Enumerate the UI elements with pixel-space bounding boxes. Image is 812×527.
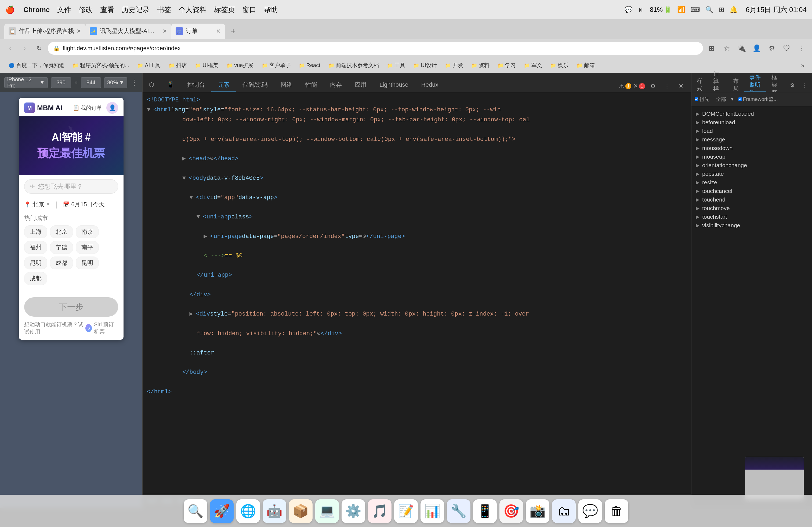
translate-icon[interactable]: ⊞ <box>706 42 717 54</box>
dt-tab-lighthouse[interactable]: Lighthouse <box>373 78 415 92</box>
dt-settings-button[interactable]: ⚙ <box>647 80 659 92</box>
city-nanjing[interactable]: 南京 <box>76 225 99 238</box>
event-touchcancel[interactable]: ▶ touchcancel <box>696 187 808 195</box>
location-item[interactable]: 📍 北京 ▼ <box>24 200 50 209</box>
bookmark-data[interactable]: 📁 资料 <box>468 61 493 70</box>
source-line-hidden-div[interactable]: ▶<div style="position: absolute; left: 0… <box>143 309 691 328</box>
dt-error-badge[interactable]: ✕ 1 <box>633 80 645 92</box>
event-orientationchange[interactable]: ▶ orientationchange <box>696 161 808 169</box>
source-line-comment[interactable]: <!---> == $0 <box>143 251 691 270</box>
dock-app5[interactable]: 📝 <box>394 499 418 523</box>
dock-chrome[interactable]: 🌐 <box>236 499 260 523</box>
ancestor-filter[interactable]: 祖先 <box>695 96 709 103</box>
dt-tab-sources[interactable]: 代码/源码 <box>236 78 274 92</box>
st-tab-framework[interactable]: 框架监... <box>766 78 787 92</box>
date-item[interactable]: 📅 6月15日今天 <box>63 200 105 209</box>
dt-tab-performance[interactable]: 性能 <box>299 78 323 92</box>
dt-tab-elements[interactable]: 元素 <box>211 78 236 92</box>
dock-app10[interactable]: 📸 <box>526 499 549 523</box>
dt-warning-badge[interactable]: ⚠ 1 <box>619 80 631 92</box>
device-selector[interactable]: iPhone 12 Pro ▼ <box>4 77 48 88</box>
city-kunming1[interactable]: 昆明 <box>24 257 47 269</box>
bookmark-fe[interactable]: 📁 前端技术参考文档 <box>325 61 382 70</box>
bookmark-cxykz[interactable]: 📁 程序员客栈-领先的... <box>69 61 132 70</box>
dock-app6[interactable]: 📊 <box>420 499 444 523</box>
extensions-icon[interactable]: 🔌 <box>736 42 748 54</box>
event-load[interactable]: ▶ load <box>696 127 808 135</box>
event-touchstart[interactable]: ▶ touchstart <box>696 212 808 221</box>
menubar-edit[interactable]: 修改 <box>75 0 97 19</box>
st-tab-styles[interactable]: 样式 <box>692 78 708 92</box>
tab-close-works[interactable]: ✕ <box>76 28 81 34</box>
source-line-html[interactable]: ▼<html lang="en" style="font-size: 16.64… <box>143 105 691 115</box>
bookmark-tools[interactable]: 📁 工具 <box>384 61 408 70</box>
menubar-history[interactable]: 历史记录 <box>118 0 153 19</box>
city-fuzhou[interactable]: 福州 <box>24 241 47 254</box>
bookmark-baidu[interactable]: 🔵 百度一下，你就知道 <box>5 61 68 70</box>
event-resize[interactable]: ▶ resize <box>696 178 808 187</box>
bookmark-dou[interactable]: 📁 抖店 <box>165 61 190 70</box>
dock-app9[interactable]: 🎯 <box>499 499 523 523</box>
event-message[interactable]: ▶ message <box>696 135 808 144</box>
event-touchmove[interactable]: ▶ touchmove <box>696 204 808 212</box>
tab-xunfei[interactable]: ✨ 讯飞星火大模型-AI大语言模型... ✕ <box>85 24 171 39</box>
styles-more-button[interactable]: ⋮ <box>799 80 809 90</box>
dock-app3[interactable]: ⚙️ <box>342 499 365 523</box>
dt-tab-network[interactable]: 网络 <box>274 78 299 92</box>
st-tab-events[interactable]: 事件监听器 <box>744 78 766 92</box>
menubar-help[interactable]: 帮助 <box>260 0 282 19</box>
city-kunming2[interactable]: 昆明 <box>76 257 99 269</box>
shield-icon[interactable]: 🛡 <box>781 42 793 54</box>
source-line-uni-app[interactable]: ▼<uni-app class> <box>143 212 691 231</box>
html-source[interactable]: <!DOCTYPE html> ▼<html lang="en" style="… <box>143 92 691 494</box>
control-center-icon[interactable]: ⊞ <box>719 6 724 13</box>
menubar-tabs[interactable]: 标签页 <box>210 0 239 19</box>
dock-app7[interactable]: 🔧 <box>447 499 470 523</box>
apple-menu[interactable]: 🍎 <box>5 5 15 14</box>
city-chengdu1[interactable]: 成都 <box>50 257 73 269</box>
ancestor-checkbox[interactable] <box>695 97 698 101</box>
avatar[interactable]: 👤 <box>106 102 118 114</box>
dt-tab-device[interactable]: 📱 <box>161 78 181 92</box>
bookmark-dev[interactable]: 📁 开发 <box>442 61 466 70</box>
dock-app8[interactable]: 📱 <box>473 499 497 523</box>
dock-app12[interactable]: 💬 <box>578 499 602 523</box>
dt-tab-redux[interactable]: Redux <box>415 78 445 92</box>
tab-works[interactable]: 📋 作品上传-程序员客栈 ✕ <box>4 24 85 39</box>
dock-trash[interactable]: 🗑 <box>605 499 628 523</box>
city-beijing[interactable]: 北京 <box>50 225 73 238</box>
profile-icon[interactable]: 👤 <box>751 42 763 54</box>
bookmark-ui[interactable]: 📁 UI框架 <box>192 61 222 70</box>
dock-launchpad[interactable]: 🚀 <box>210 499 234 523</box>
bookmark-ai[interactable]: 📁 AI工具 <box>134 61 164 70</box>
back-button[interactable]: ‹ <box>4 42 16 54</box>
source-line-head[interactable]: ▶<head>⊙ </head> <box>143 154 691 173</box>
dock-app4[interactable]: 🎵 <box>368 499 392 523</box>
framework-checkbox[interactable] <box>738 97 742 101</box>
height-input[interactable]: 844 <box>81 77 101 88</box>
dock-ai1[interactable]: 🤖 <box>263 499 286 523</box>
dt-tab-application[interactable]: 应用 <box>348 78 373 92</box>
event-touchend[interactable]: ▶ touchend <box>696 195 808 204</box>
search-input-box[interactable]: ✈ 您想飞去哪里？ <box>24 179 118 194</box>
next-step-button[interactable]: 下一步 <box>24 297 118 317</box>
bookmark-email[interactable]: 📁 邮箱 <box>573 61 598 70</box>
forward-button[interactable]: › <box>19 42 31 54</box>
bookmark-entertainment[interactable]: 📁 娱乐 <box>547 61 572 70</box>
bookmark-star-icon[interactable]: ☆ <box>721 42 733 54</box>
address-input[interactable]: 🔒 flight.dev.mustlisten.com/#/pages/orde… <box>48 42 703 55</box>
event-mouseup[interactable]: ▶ mouseup <box>696 152 808 161</box>
st-tab-layout[interactable]: 布局 <box>728 78 744 92</box>
menubar-file[interactable]: 文件 <box>54 0 75 19</box>
menubar-window[interactable]: 窗口 <box>239 0 260 19</box>
bookmark-react[interactable]: 📁 React <box>296 61 323 70</box>
event-popstate[interactable]: ▶ popstate <box>696 169 808 178</box>
menu-icon[interactable]: ⋮ <box>796 42 808 54</box>
event-domcontentloaded[interactable]: ▶ DOMContentLoaded <box>696 109 808 118</box>
menubar-profile[interactable]: 个人资料 <box>175 0 210 19</box>
dock-app11[interactable]: 🗂 <box>552 499 576 523</box>
tab-close-order[interactable]: ✕ <box>216 28 221 34</box>
bookmark-vue[interactable]: 📁 vue扩展 <box>223 61 257 70</box>
source-line-uni-page[interactable]: ▶<uni-page data-page="pages/order/index"… <box>143 231 691 251</box>
my-orders-button[interactable]: 📋 我的订单 <box>73 104 102 111</box>
